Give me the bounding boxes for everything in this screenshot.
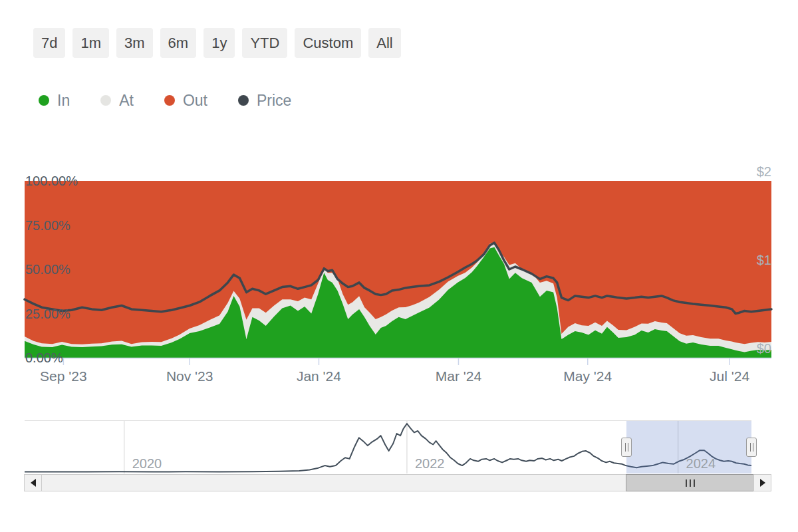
range-button-1m[interactable]: 1m [72, 28, 109, 58]
scrollbar-thumb[interactable] [626, 474, 754, 491]
y-axis-right-label: $2 [725, 163, 771, 180]
legend: InAtOutPrice [39, 90, 291, 110]
navigator-right-handle[interactable] [746, 438, 757, 457]
x-axis-label: Nov '23 [146, 368, 233, 385]
navigator-year-label: 2022 [415, 456, 445, 471]
scrollbar-right-button[interactable] [753, 474, 771, 491]
main-plot-area[interactable] [25, 181, 771, 358]
range-button-3m[interactable]: 3m [116, 28, 153, 58]
legend-item-out[interactable]: Out [164, 92, 207, 110]
horizontal-scrollbar[interactable] [24, 474, 771, 491]
range-button-6m[interactable]: 6m [160, 28, 197, 58]
y-axis-right-label: $1 [725, 251, 771, 269]
legend-label: At [119, 92, 134, 110]
time-range-selector: 7d1m3m6m1yYTDCustomAll [33, 28, 401, 58]
scrollbar-left-button[interactable] [24, 474, 42, 491]
x-axis-label: Mar '24 [415, 368, 501, 385]
legend-dot-at [100, 95, 111, 106]
x-axis-label: Jul '24 [686, 368, 773, 385]
y-axis-right-label: $0 [725, 340, 771, 357]
legend-label: Out [183, 92, 207, 110]
grip-icon [686, 479, 687, 487]
x-axis-label: Jan '24 [275, 368, 362, 385]
range-button-1y[interactable]: 1y [203, 28, 235, 58]
range-button-custom[interactable]: Custom [295, 28, 361, 58]
legend-item-price[interactable]: Price [238, 92, 291, 110]
navigator-plot-area[interactable] [25, 421, 626, 473]
range-button-7d[interactable]: 7d [33, 28, 65, 58]
left-arrow-icon [31, 479, 36, 487]
legend-label: In [57, 92, 70, 110]
chart-widget: 7d1m3m6m1yYTDCustomAll InAtOutPrice 0.00… [0, 0, 798, 532]
navigator-year-label: 2024 [686, 456, 716, 471]
y-axis-left-label: 25.00% [25, 305, 98, 323]
legend-item-at[interactable]: At [100, 92, 134, 110]
range-button-all[interactable]: All [368, 28, 400, 58]
legend-dot-price [238, 95, 249, 106]
legend-dot-in [39, 95, 49, 106]
right-arrow-icon [760, 479, 765, 487]
navigator-left-handle[interactable] [621, 438, 632, 457]
y-axis-left-label: 100.00% [25, 172, 98, 190]
y-axis-left-label: 50.00% [25, 261, 98, 278]
y-axis-left-label: 75.00% [25, 217, 98, 234]
y-axis-left-label: 0.00% [25, 349, 98, 366]
legend-dot-out [164, 95, 175, 106]
range-button-ytd[interactable]: YTD [242, 28, 287, 58]
legend-label: Price [257, 92, 291, 110]
x-axis-label: Sep '23 [20, 368, 106, 385]
navigator-year-label: 2020 [132, 456, 162, 471]
legend-item-in[interactable]: In [39, 92, 70, 110]
x-axis-label: May '24 [545, 368, 631, 385]
